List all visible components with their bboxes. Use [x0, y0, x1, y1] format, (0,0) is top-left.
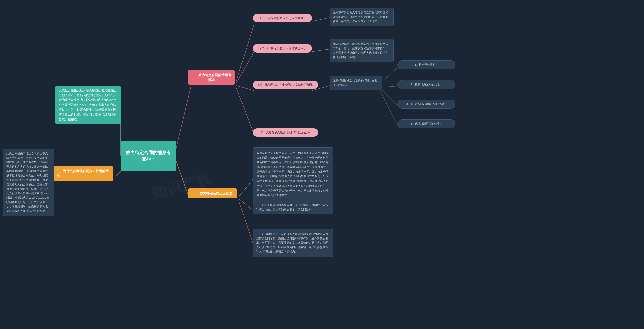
far-right-3-node: 3、超越代理权范围进行的代理；	[397, 100, 455, 109]
far-right-1-node: 1、根本无代理权；	[397, 60, 455, 69]
far-right-1-label: 1、根本无代理权；	[415, 63, 438, 66]
svg-line-6	[176, 161, 189, 196]
center-label: 效力待定合同的情形有哪些？	[124, 149, 173, 163]
svg-line-5	[176, 86, 191, 149]
svg-line-12	[312, 49, 330, 52]
desc1-2-node: 我国法律规定，限制行为能力人可以实施某些与年龄、智力、健康状况相适应的民事行为，…	[330, 39, 394, 62]
svg-line-11	[312, 18, 330, 21]
svg-line-15	[380, 86, 397, 87]
sub2-1-label: （一）由有追认权的当事人对合同进行追认，以明示的方法对该合同做出以认可的意思表示…	[256, 203, 328, 211]
center-node: 效力待定合同的情形有哪些？	[121, 141, 176, 171]
far-right-2-label: 2、授权行为无效的代理；	[410, 83, 442, 86]
svg-line-2	[116, 171, 121, 176]
svg-line-19	[239, 199, 254, 211]
sub2-1-node: （一）由有追认权的当事人对合同进行追认，以明示的方法对该合同做出以认可的意思表示…	[253, 200, 333, 214]
svg-line-10	[236, 88, 254, 135]
middle-desc-node: 效力待定合同是指合同成立以后，因存在不足以认定合同无效的问题，致使合同不能产生法…	[253, 147, 333, 201]
sub1-1-node: （一）无行为能力人所订立的合同。	[253, 14, 312, 22]
branch1-node: 一、效力待定合同的情形有哪些	[188, 70, 235, 85]
left-top-node: 无权处分是指无处分权人以自己名义擅自处分他人财产。依新合同法的规定，无权处分行为…	[55, 86, 121, 124]
branch2-label: 二、效力待定合同怎么处理	[193, 191, 232, 195]
sub2-2-label: （二）合同相对人在法定代理人追认限制民事行为能力人所签订的合同之前，撤销自己对限…	[256, 232, 328, 253]
left-top-label: 无权处分是指无处分权人以自己名义擅自处分他人财产。依新合同法的规定，无权处分行为…	[59, 89, 116, 121]
svg-line-16	[380, 88, 397, 106]
sub1-3-node: （三）无代理权人以被代理人名义缔结的合同。	[253, 81, 318, 89]
middle-desc-label: 效力待定合同是指合同成立以后，因存在不足以认定合同无效的问题，致使合同不能产生法…	[257, 151, 329, 197]
desc1-2-label: 我国法律规定，限制行为能力人可以实施某些与年龄、智力、健康状况相适应的民事行为，…	[333, 42, 388, 59]
sub1-2-label: （二）限制行为能力人缔结的合同。	[258, 47, 307, 50]
branch1-label: 一、效力待定合同的情形有哪些	[192, 73, 231, 82]
wuquan-desc-label: 无权代理指缺乏代理权的代理。主要有四种情况：	[333, 79, 377, 86]
far-right-2-node: 2、授权行为无效的代理；	[397, 80, 455, 89]
sub1-4-label: （四）无处分权人处分他人财产订立的合同。	[258, 131, 313, 134]
svg-line-7	[236, 24, 254, 81]
wuquan-desc-node: 无权代理指缺乏代理权的代理。主要有四种情况：	[330, 76, 382, 90]
sub1-3-label: （三）无代理权人以被代理人名义缔结的合同。	[257, 83, 315, 86]
far-left-label: 此类合同是由于订立合同的当事人缺乏缔约能力、缺乏订立合同的资格或缺乏处分能力造成…	[6, 152, 50, 212]
sub1-1-label: （一）无行为能力人所订立的合同。	[258, 16, 307, 20]
far-right-4-node: 4、代理权消灭后的代理。	[397, 119, 455, 128]
mindmap-container: 效力待定合同的情形有哪些？ 无权处分是指无处分权人以自己名义擅自处分他人财产。依…	[0, 0, 644, 329]
svg-line-17	[380, 91, 397, 125]
sub1-2-node: （二）限制行为能力人缔结的合同。	[253, 44, 312, 53]
desc1-1-node: 无民事行为能力人除可以订立某些与其年龄相适应的微小的日常生活方面的合同外，对其他…	[330, 8, 394, 26]
far-right-3-label: 3、超越代理权范围进行的代理；	[406, 102, 447, 105]
svg-line-20	[239, 201, 254, 247]
far-left-node: 此类合同是由于订立合同的当事人缺乏缔约能力、缺乏订立合同的资格或缺乏处分能力造成…	[3, 149, 54, 216]
desc1-1-label: 无民事行为能力人除可以订立某些与其年龄相适应的微小的日常生活方面的合同外，对其他…	[333, 11, 388, 23]
sub1-4-node: （四）无处分权人处分他人财产订立的合同。	[253, 128, 318, 137]
svg-line-8	[236, 52, 254, 83]
left-bottom-node: 三、为什么会出现合同效力待定的情形	[53, 166, 113, 181]
svg-line-14	[380, 68, 397, 83]
left-bottom-label: 三、为什么会出现合同效力待定的情形	[56, 169, 109, 178]
watermark: 知识产权	[149, 169, 213, 204]
sub2-2-node: （二）合同相对人在法定代理人追认限制民事行为能力人所签订的合同之前，撤销自己对限…	[253, 229, 333, 257]
far-right-4-label: 4、代理权消灭后的代理。	[410, 122, 442, 125]
branch2-node: 二、效力待定合同怎么处理	[188, 188, 237, 198]
svg-line-9	[236, 86, 254, 91]
